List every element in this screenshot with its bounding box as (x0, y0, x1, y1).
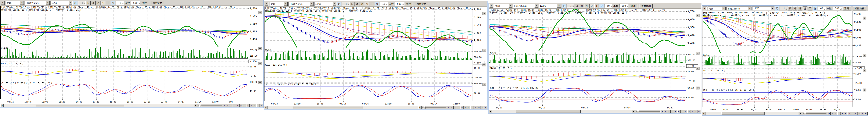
section-collapse-button[interactable] (863, 69, 866, 72)
chart-tool-button-4[interactable]: ■ (674, 110, 677, 113)
scroll-left-button[interactable]: ◄ (489, 110, 492, 113)
contract-select[interactable]: 12/06▼ (539, 4, 561, 8)
bars-spinner[interactable]: 500 (833, 7, 842, 10)
minute-spinner[interactable]: 30 (604, 4, 612, 8)
zoom-slider-thumb[interactable] (804, 112, 806, 115)
tick-mode-button[interactable]: T (370, 2, 374, 6)
chart-tool-button-0[interactable]: ◀ (223, 104, 226, 107)
section-collapse-button[interactable] (696, 67, 700, 70)
chart-tool-button-10[interactable]: X (480, 106, 484, 109)
chart-tool-button-2[interactable]: − (667, 110, 671, 113)
multi-symbol-button[interactable]: 複数銘柄 (415, 2, 428, 6)
chart-tool-button-5[interactable]: ▶ (240, 104, 243, 107)
bars-spinner[interactable]: 500 (131, 1, 140, 5)
chart-tool-button-4[interactable]: ■ (460, 106, 464, 109)
weekly-button[interactable]: 週 (91, 1, 96, 5)
chart-tool-button-7[interactable]: L (246, 104, 250, 107)
chart-tool-button-3[interactable]: ↔ (233, 104, 236, 107)
chart-tool-button-1[interactable]: + (831, 112, 834, 115)
zoom-slider-thumb[interactable] (637, 110, 639, 113)
monthly-button[interactable]: 月 (360, 2, 364, 6)
scrollbar-track[interactable] (268, 106, 418, 109)
scrollbar-thumb[interactable] (293, 106, 363, 109)
tick-mode-button[interactable]: T (808, 6, 812, 10)
chart-tool-button-6[interactable]: D (681, 110, 684, 113)
chart-tool-button-11[interactable]: ▶ (698, 110, 701, 113)
chart-tool-button-2[interactable]: − (834, 112, 837, 115)
section-collapse-button[interactable] (696, 52, 700, 54)
section-collapse-button[interactable] (863, 89, 866, 91)
bars-spinner[interactable]: 500 (395, 2, 404, 6)
scrollbar-track[interactable] (705, 112, 799, 115)
chart-tool-button-6[interactable]: D (847, 112, 851, 115)
daily-button[interactable]: 日 (575, 4, 579, 8)
category-select[interactable]: 先物▼ (708, 6, 726, 10)
instrument-select[interactable]: 日経225mini▼ (288, 2, 314, 6)
zoom-slider-thumb[interactable] (199, 104, 202, 107)
chart-tool-button-8[interactable]: R (687, 110, 691, 113)
window-menu-dropdown[interactable]: ▼ (703, 6, 707, 10)
chart-tool-button-11[interactable]: ▶ (484, 106, 487, 109)
minute-spinner[interactable]: 5 (116, 1, 124, 5)
section-collapse-button[interactable] (258, 62, 262, 65)
section-collapse-button[interactable] (696, 14, 700, 17)
price-chart[interactable]: 9,7009,6459,5909,5359,480800.00300.00出来高… (264, 7, 487, 106)
section-collapse-button[interactable] (483, 49, 486, 51)
instrument-select[interactable]: 日経225mini▼ (726, 6, 752, 10)
daily-button[interactable]: 日 (350, 2, 354, 6)
chart-tool-button-5[interactable]: ▶ (464, 106, 467, 109)
window-menu-dropdown[interactable]: ▼ (265, 2, 269, 6)
chart-tool-button-8[interactable]: R (250, 104, 253, 107)
scrollbar-thumb[interactable] (516, 110, 581, 113)
section-collapse-button[interactable] (258, 48, 262, 50)
section-collapse-button[interactable] (863, 54, 866, 57)
scrollbar-track[interactable] (4, 104, 194, 107)
section-collapse-button[interactable] (863, 17, 866, 19)
zoom-slider[interactable] (198, 104, 222, 107)
instrument-select[interactable]: 日経225mini▼ (513, 4, 538, 8)
chart-tool-button-3[interactable]: ↔ (837, 112, 841, 115)
apply-button[interactable]: 適用 (629, 4, 637, 8)
tick-count-spinner[interactable]: 1 (342, 2, 349, 6)
scrollbar-track[interactable] (492, 110, 632, 113)
chart-tool-button-9[interactable]: ⊕ (253, 104, 256, 107)
tick-count-spinner[interactable]: 1 (780, 7, 787, 10)
weekly-button[interactable]: 週 (580, 4, 584, 8)
tick-mode-button[interactable]: T (106, 1, 111, 5)
chart-tool-button-7[interactable]: L (470, 106, 474, 109)
minute-spinner[interactable]: 60 (818, 7, 826, 10)
scroll-left-button[interactable]: ◄ (702, 112, 705, 115)
minute-spinner[interactable]: 15 (380, 2, 388, 6)
window-menu-dropdown[interactable]: ▼ (1, 1, 5, 5)
chart-tool-button-3[interactable]: ↔ (457, 106, 460, 109)
apply-button[interactable]: 適用 (842, 6, 851, 10)
chart-tool-button-1[interactable]: + (664, 110, 667, 113)
instrument-select[interactable]: 日経225mini▼ (25, 1, 50, 5)
multi-symbol-button[interactable]: 複数銘柄 (640, 4, 653, 8)
chart-tool-button-4[interactable]: ■ (236, 104, 240, 107)
chart-tool-button-2[interactable]: − (229, 104, 233, 107)
chart-tool-button-10[interactable]: X (256, 104, 260, 107)
zoom-slider[interactable] (803, 112, 827, 115)
chart-tool-button-0[interactable]: ◀ (660, 110, 664, 113)
minute-mode-button[interactable]: 分 (101, 1, 105, 5)
scroll-left-button[interactable]: ◄ (264, 106, 268, 109)
scroll-right-button[interactable]: ► (632, 110, 635, 113)
scrollbar-thumb[interactable] (721, 112, 765, 115)
zoom-slider[interactable] (636, 110, 660, 113)
multi-symbol-button[interactable]: 複数銘柄 (853, 6, 866, 10)
chart-tool-button-1[interactable]: + (226, 104, 229, 107)
weekly-button[interactable]: 週 (355, 2, 360, 6)
chart-tool-button-9[interactable]: ⊕ (858, 112, 861, 115)
price-chart[interactable]: 9,7009,6309,5609,4909,420115.0015.00出来高×… (702, 11, 868, 112)
weekly-button[interactable]: 週 (793, 6, 797, 10)
apply-button[interactable]: 適用 (141, 1, 149, 5)
section-collapse-button[interactable] (258, 11, 262, 14)
chart-tool-button-4[interactable]: ■ (841, 112, 844, 115)
daily-button[interactable]: 日 (86, 1, 91, 5)
section-collapse-button[interactable] (258, 81, 262, 84)
chart-tool-button-9[interactable]: ⊕ (691, 110, 694, 113)
chart-tool-button-8[interactable]: R (854, 112, 858, 115)
chart-tool-button-0[interactable]: ◀ (827, 112, 831, 115)
tick-count-spinner[interactable]: 1 (566, 4, 574, 8)
